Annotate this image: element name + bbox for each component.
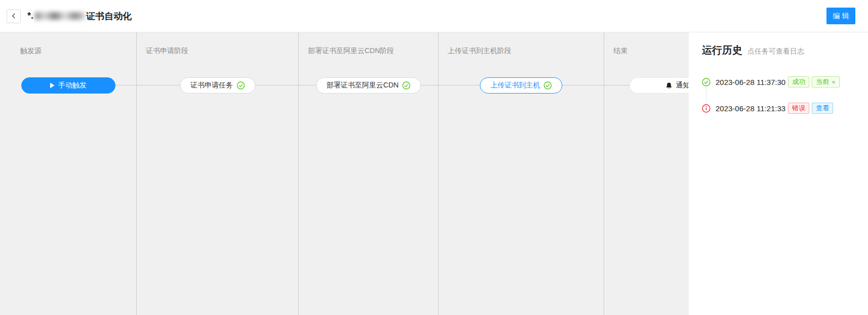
title-suffix: 证书自动化 (86, 10, 132, 22)
run-timestamp: 2023-06-28 11:37:30 (716, 78, 785, 86)
node-upload-host[interactable]: 上传证书到主机 (480, 77, 563, 94)
node-label: 部署证书至阿里云CDN (327, 81, 399, 90)
node-label: 手动触发 (58, 81, 87, 90)
edit-button[interactable]: 编 辑 (826, 8, 855, 24)
chevron-left-icon (11, 13, 17, 19)
stage-label: 部署证书至阿里云CDN阶段 (308, 47, 394, 56)
header: *. 证书自动化 编 辑 (0, 0, 868, 32)
back-button[interactable] (7, 9, 21, 23)
bell-icon (665, 82, 673, 89)
title-prefix: *. (27, 11, 33, 21)
view-log-button[interactable]: 查看 (812, 103, 833, 114)
status-badge-error: 错误 (788, 103, 809, 114)
panel-subtitle: 点任务可查看日志 (747, 47, 804, 56)
current-run-badge[interactable]: 当前× (812, 76, 840, 87)
stage-label: 结束 (613, 47, 627, 56)
check-circle-icon (544, 81, 552, 89)
status-badge-success: 成功 (788, 76, 809, 87)
run-timestamp: 2023-06-28 11:21:33 (716, 104, 785, 113)
node-deploy-cdn[interactable]: 部署证书至阿里云CDN (316, 77, 421, 94)
stage-deploy-cdn: 部署证书至阿里云CDN阶段 部署证书至阿里云CDN (299, 32, 439, 315)
panel-header: 运行历史 点任务可查看日志 (702, 43, 858, 57)
close-icon[interactable]: × (832, 78, 836, 86)
timeline-connector (706, 87, 706, 103)
node-manual-trigger[interactable]: 手动触发 (21, 77, 115, 94)
run-entry[interactable]: 2023-06-28 11:37:30 成功 当前× (702, 76, 858, 87)
node-label: 上传证书到主机 (491, 81, 540, 90)
stage-upload-host: 上传证书到主机阶段 上传证书到主机 (439, 32, 604, 315)
run-history-panel: 运行历史 点任务可查看日志 2023-06-28 11:37:30 成功 当前×… (689, 32, 868, 315)
stage-cert-apply: 证书申请阶段 证书申请任务 (137, 32, 299, 315)
stage-label: 证书申请阶段 (146, 47, 188, 56)
redacted-domain-text (35, 12, 85, 20)
run-timeline: 2023-06-28 11:37:30 成功 当前× 2023-06-28 11… (702, 76, 858, 114)
page-title: *. 证书自动化 (27, 10, 132, 22)
play-icon (50, 82, 55, 88)
stage-label: 触发源 (20, 47, 42, 56)
panel-title: 运行历史 (702, 43, 742, 57)
check-circle-icon (236, 81, 245, 89)
stage-label: 上传证书到主机阶段 (448, 47, 511, 56)
info-circle-icon (702, 104, 711, 113)
check-circle-icon (702, 78, 711, 86)
run-entry[interactable]: 2023-06-28 11:21:33 错误 查看 (702, 103, 858, 114)
node-cert-apply-task[interactable]: 证书申请任务 (180, 77, 255, 94)
check-circle-icon (402, 81, 410, 89)
stage-trigger: 触发源 手动触发 (0, 32, 137, 315)
node-label: 证书申请任务 (190, 81, 233, 90)
